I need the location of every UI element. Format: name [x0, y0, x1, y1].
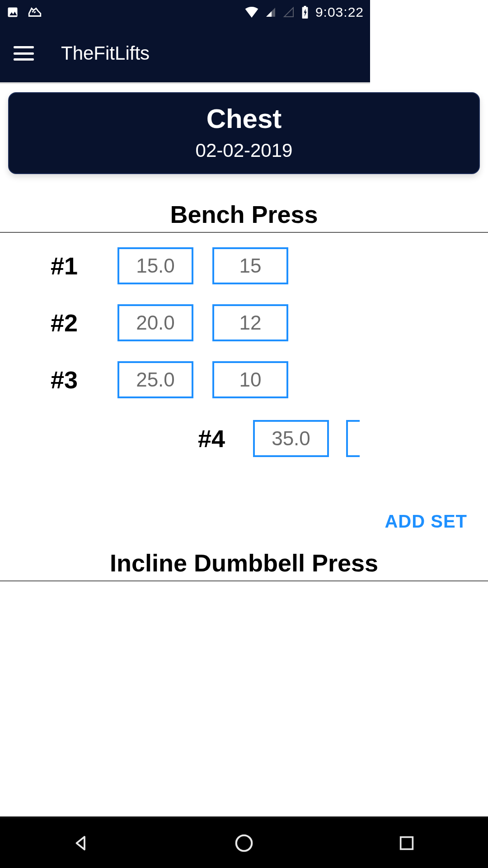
svg-marker-6 — [284, 8, 293, 17]
weight-input[interactable]: 35.0 — [253, 420, 329, 457]
set-label: #3 — [0, 366, 117, 394]
exercise-block-bench-press: Bench Press #1 15.0 15 #2 20.0 12 #3 25.… — [0, 200, 370, 541]
exercise-block-incline-dumbbell-press: Incline Dumbbell Press — [0, 549, 370, 581]
reps-input[interactable]: 10 — [212, 361, 288, 398]
svg-rect-0 — [8, 8, 18, 17]
svg-line-3 — [34, 12, 36, 13]
status-right: 9:03:22 — [245, 5, 364, 20]
weight-input[interactable]: 20.0 — [117, 304, 193, 341]
app-bar: TheFitLifts — [0, 24, 370, 82]
add-set-button[interactable]: ADD SET — [0, 457, 370, 541]
reps-input[interactable] — [346, 420, 360, 457]
svg-marker-5 — [266, 11, 272, 17]
status-bar: 9:03:22 — [0, 0, 370, 24]
menu-icon[interactable] — [14, 46, 34, 61]
set-row: #3 25.0 10 — [0, 361, 370, 398]
set-row: #4 35.0 — [0, 420, 370, 457]
running-shoe-icon — [27, 5, 42, 20]
status-left — [6, 5, 42, 20]
set-label: #1 — [0, 252, 117, 280]
app-title: TheFitLifts — [61, 42, 150, 64]
workout-header-card[interactable]: Chest 02-02-2019 — [8, 92, 370, 174]
set-row: #1 15.0 15 — [0, 247, 370, 284]
svg-rect-8 — [304, 6, 306, 8]
sets-list: #1 15.0 15 #2 20.0 12 #3 25.0 10 #4 35.0 — [0, 233, 370, 457]
set-label: #4 — [0, 425, 253, 453]
reps-input[interactable]: 12 — [212, 304, 288, 341]
wifi-icon — [245, 7, 258, 18]
set-row: #2 20.0 12 — [0, 304, 370, 341]
reps-input[interactable]: 15 — [212, 247, 288, 284]
cellular-empty-icon — [283, 7, 295, 18]
divider — [0, 580, 370, 581]
battery-charging-icon — [301, 6, 309, 19]
svg-line-2 — [32, 11, 33, 12]
cellular-half-icon — [265, 7, 277, 18]
picture-icon — [6, 6, 19, 19]
weight-input[interactable]: 25.0 — [117, 361, 193, 398]
workout-date: 02-02-2019 — [18, 140, 370, 161]
content-area[interactable]: Chest 02-02-2019 Bench Press #1 15.0 15 … — [0, 84, 370, 658]
exercise-name: Incline Dumbbell Press — [0, 549, 370, 580]
exercise-name: Bench Press — [0, 200, 370, 232]
status-time: 9:03:22 — [315, 5, 364, 20]
set-label: #2 — [0, 309, 117, 337]
workout-title: Chest — [18, 103, 370, 134]
weight-input[interactable]: 15.0 — [117, 247, 193, 284]
